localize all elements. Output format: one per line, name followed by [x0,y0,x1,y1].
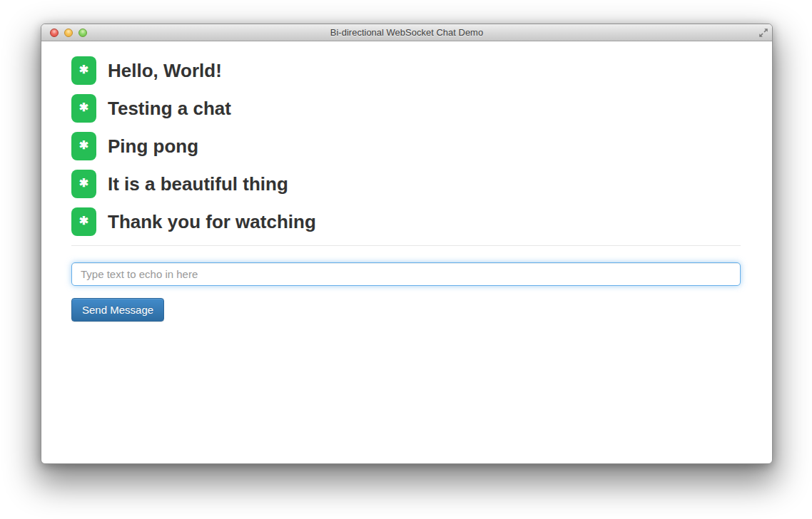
message-badge: ✱ [71,132,96,160]
chat-message-row: ✱ Thank you for watching [71,207,741,236]
divider [71,245,741,246]
asterisk-icon: ✱ [79,64,88,77]
asterisk-icon: ✱ [79,102,88,115]
message-text: Ping pong [108,135,198,158]
chat-message-row: ✱ It is a beautiful thing [71,170,741,198]
window-titlebar[interactable]: Bi-directional WebSocket Chat Demo [41,24,772,41]
asterisk-icon: ✱ [79,215,88,228]
chat-message-row: ✱ Ping pong [71,132,741,160]
app-window: Bi-directional WebSocket Chat Demo ✱ Hel… [41,24,773,464]
fullscreen-expand-icon-svg [758,28,768,38]
echo-input[interactable] [71,262,741,286]
desktop-background: Bi-directional WebSocket Chat Demo ✱ Hel… [0,0,812,519]
chat-message-row: ✱ Hello, World! [71,56,741,85]
message-text: Thank you for watching [108,211,316,233]
message-badge: ✱ [71,207,96,236]
message-badge: ✱ [71,56,96,85]
message-text: Hello, World! [108,60,222,82]
message-text: It is a beautiful thing [108,173,288,195]
message-text: Testing a chat [108,98,231,120]
chat-message-row: ✱ Testing a chat [71,94,741,123]
send-message-button[interactable]: Send Message [71,298,164,322]
window-title: Bi-directional WebSocket Chat Demo [41,24,772,41]
fullscreen-expand-icon[interactable] [758,28,768,38]
message-badge: ✱ [71,170,96,198]
chat-content: ✱ Hello, World! ✱ Testing a chat ✱ Ping … [41,41,772,322]
asterisk-icon: ✱ [79,178,88,190]
asterisk-icon: ✱ [79,140,88,153]
message-badge: ✱ [71,94,96,123]
